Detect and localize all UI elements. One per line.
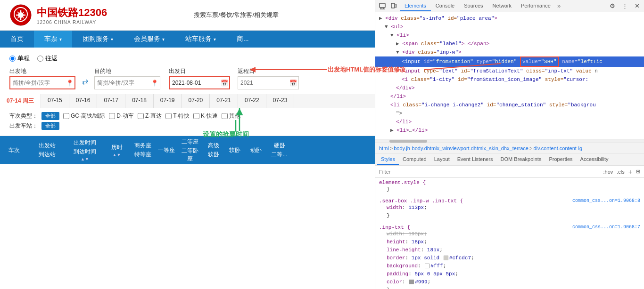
tab-properties[interactable]: Properties: [545, 154, 576, 165]
t-checkbox[interactable]: T-特快: [165, 112, 190, 120]
calendar-icon-return: 📅: [289, 80, 297, 87]
all-stations-badge[interactable]: 全部: [41, 122, 59, 130]
rule-inp-w: .sear-box .inp-w .inp-txt { common_css..…: [379, 198, 640, 220]
other-checkbox[interactable]: 其他: [222, 112, 240, 120]
dom-line-5[interactable]: <input id="fromStation" type="hidden" va…: [375, 56, 644, 67]
date-tab-5[interactable]: 07-19: [154, 94, 182, 108]
col-duration[interactable]: 历时 ▲▼: [104, 144, 130, 157]
dom-line-9[interactable]: </li>: [375, 92, 644, 101]
dom-line-7[interactable]: <i class="i-city" id="fromStation_icon_i…: [375, 75, 644, 84]
dom-line-0[interactable]: ▶ <div class="s-info" id="place_area">: [375, 14, 644, 23]
search-hint[interactable]: 搜索车票/餐饮/常旅客/相关规章: [107, 11, 365, 19]
trip-type: 单程 往返: [9, 54, 365, 63]
nav-group[interactable]: 团购服务 ▾: [72, 31, 124, 48]
date-tab-4[interactable]: 07-18: [125, 94, 154, 108]
filter-area: 车次类型： 全部 GC-高铁/城际 D-动车 Z-直达 T-特快 K-快速 其他…: [0, 108, 375, 136]
d-checkbox[interactable]: D-动车: [109, 112, 134, 120]
return-date-field-group: 返程日 📅: [238, 67, 299, 89]
dom-line-6[interactable]: <input type="text" id="fromStationText" …: [375, 67, 644, 75]
tab-layout[interactable]: Layout: [430, 154, 454, 165]
tab-event-listeners[interactable]: Event Listeners: [454, 154, 497, 165]
dom-line-10[interactable]: <li class="i-change i-change2" id="chang…: [375, 101, 644, 109]
nav-tickets[interactable]: 车票 ▾: [34, 31, 72, 48]
devtools-tabs: Elements Console Sources Network Perform…: [400, 1, 606, 11]
tab-computed[interactable]: Computed: [399, 154, 430, 165]
from-station-input[interactable]: [9, 76, 75, 89]
results-header: 车次 出发站 到达站 出发时间 到达时间 ▲▼ 历时 ▲▼ 商务座 特等座 一等…: [0, 136, 375, 164]
tab-sources[interactable]: Sources: [459, 1, 487, 11]
col-business: 商务座 特等座: [130, 142, 156, 159]
logo-text: 中国铁路12306 12306 CHINA RAILWAY: [37, 6, 107, 25]
device-toolbar-icon[interactable]: [388, 1, 399, 11]
tab-accessibility[interactable]: Accessibility: [577, 154, 612, 165]
dom-scrollbar[interactable]: [375, 139, 644, 143]
dom-line-12[interactable]: </li>: [375, 118, 644, 126]
date-tab-2[interactable]: 07-16: [69, 94, 98, 108]
date-tab-7[interactable]: 07-21: [210, 94, 238, 108]
col-depart-time[interactable]: 出发时间 到达时间 ▲▼: [66, 139, 104, 161]
trip-roundtrip[interactable]: 往返: [37, 54, 58, 63]
site-header: 中国铁路12306 12306 CHINA RAILWAY 搜索车票/餐饮/常旅…: [0, 0, 375, 31]
add-style-rule-icon[interactable]: +: [628, 168, 632, 176]
nav-home[interactable]: 首页: [0, 31, 34, 48]
dom-line-3[interactable]: ▶ <span class="label">…</span>: [375, 40, 644, 48]
nav-member[interactable]: 会员服务 ▾: [124, 31, 175, 48]
date-tab-3[interactable]: 07-17: [97, 94, 125, 108]
date-tab-9[interactable]: 07-23: [266, 94, 295, 108]
rule-element-style: element.style { }: [379, 180, 640, 193]
date-tab-6[interactable]: 07-20: [182, 94, 210, 108]
station-filter-row: 出发车站： 全部: [9, 122, 365, 130]
k-checkbox[interactable]: K-快速: [193, 112, 218, 120]
breadcrumb-body[interactable]: body.jh-body.dhtmlx_winviewport.dhtmlx_s…: [394, 145, 528, 151]
pseudo-filter[interactable]: :hov: [603, 169, 613, 175]
more-options-icon[interactable]: ⋮: [619, 1, 630, 11]
more-tabs-button[interactable]: »: [555, 2, 562, 9]
dom-line-13[interactable]: ▶ <li>…</li>: [375, 126, 644, 135]
tab-console[interactable]: Console: [431, 1, 459, 11]
gc-checkbox[interactable]: GC-高铁/城际: [63, 112, 105, 120]
dom-line-4[interactable]: ▼ <div class="inp-w">: [375, 48, 644, 56]
date-tab-1[interactable]: 07-15: [41, 94, 69, 108]
station-filter-label: 出发车站：: [9, 122, 38, 130]
cls-filter[interactable]: .cls: [617, 169, 625, 175]
col-second: 二等座 二等卧座: [177, 138, 203, 163]
date-tab-8[interactable]: 07-22: [238, 94, 266, 108]
expand-styles-icon[interactable]: ⊞: [636, 169, 640, 175]
element-picker-icon[interactable]: [377, 1, 388, 11]
col-stations: 出发站 到达站: [28, 142, 66, 159]
col-train-no: 车次: [0, 146, 28, 154]
nav-more[interactable]: 商...: [226, 31, 259, 48]
all-train-types-badge[interactable]: 全部: [41, 112, 59, 120]
tab-elements[interactable]: Elements: [400, 1, 431, 11]
css-filter-input[interactable]: [379, 169, 600, 175]
site-nav: 首页 车票 ▾ 团购服务 ▾ 会员服务 ▾ 站车服务 ▾ 商...: [0, 31, 375, 48]
dom-tree[interactable]: ▶ <div class="s-info" id="place_area"> ▼…: [375, 12, 644, 139]
tab-network[interactable]: Network: [488, 1, 516, 11]
location-icon-to: 📍: [151, 80, 158, 87]
close-devtools-icon[interactable]: ✕: [632, 1, 642, 11]
date-tab-0[interactable]: 07-14 周三: [0, 94, 41, 108]
dom-line-8[interactable]: </div>: [375, 84, 644, 92]
calendar-icon: 📅: [221, 80, 228, 87]
swap-stations-button[interactable]: ⇄: [79, 76, 91, 88]
tab-performance[interactable]: Performance: [516, 1, 555, 11]
trip-oneway[interactable]: 单程: [9, 54, 30, 63]
to-station-input[interactable]: [94, 76, 160, 89]
breadcrumb-div[interactable]: div.content.content-lg: [533, 145, 582, 151]
search-area: 单程 往返 出发地 📍 ⇄ 目的地 📍: [0, 48, 375, 94]
dom-line-1[interactable]: ▼ <ul>: [375, 23, 644, 31]
col-soft-sleeper: 软卧: [224, 146, 245, 154]
tab-dom-breakpoints[interactable]: DOM Breakpoints: [497, 154, 545, 165]
col-hard-sleeper: 硬卧 二等...: [266, 142, 292, 159]
z-checkbox[interactable]: Z-直达: [138, 112, 162, 120]
breadcrumb-html[interactable]: html: [379, 145, 389, 151]
search-fields: 出发地 📍 ⇄ 目的地 📍 出发日 📅: [9, 67, 365, 89]
settings-icon[interactable]: ⚙: [607, 1, 618, 11]
rule-inp-txt: .inp-txt { common_css...on=1.9068:7 widt…: [379, 225, 640, 289]
nav-station[interactable]: 站车服务 ▾: [175, 31, 226, 48]
dom-scrollbar-thumb[interactable]: [389, 140, 427, 143]
dom-line-11[interactable]: ">: [375, 109, 644, 118]
date-tabs: 07-14 周三 07-15 07-16 07-17 07-18 07-19 0…: [0, 94, 375, 108]
dom-line-2[interactable]: ▼ <li>: [375, 31, 644, 40]
tab-styles[interactable]: Styles: [377, 154, 399, 165]
